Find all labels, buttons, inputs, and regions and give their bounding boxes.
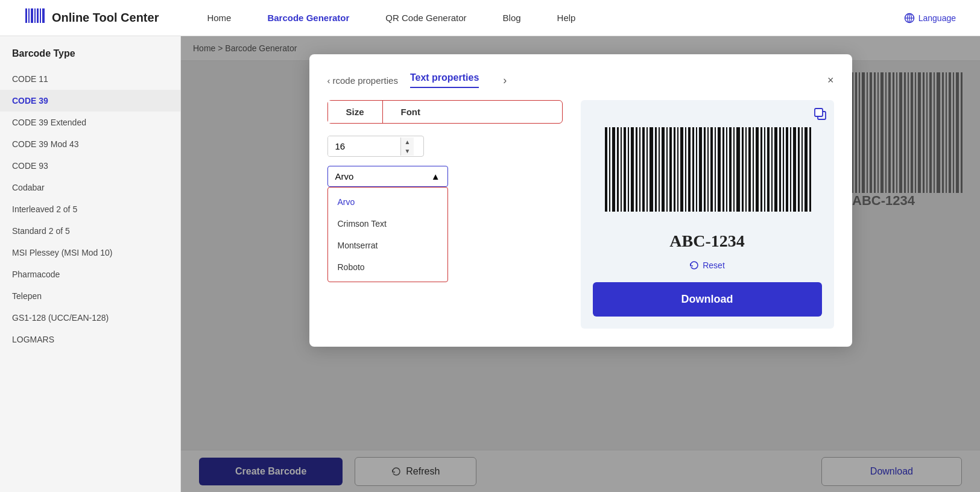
- svg-rect-91: [736, 127, 740, 212]
- font-option-montserrat[interactable]: Montserrat: [328, 235, 447, 256]
- logo-icon: [24, 5, 46, 31]
- svg-rect-72: [666, 127, 668, 212]
- barcode-image: [599, 118, 816, 227]
- modal-left-panel: Size Font ▲ ▼: [327, 100, 563, 329]
- svg-rect-106: [793, 127, 796, 212]
- svg-rect-110: [809, 127, 811, 212]
- svg-rect-66: [642, 127, 645, 212]
- svg-rect-105: [790, 127, 791, 212]
- svg-rect-59: [617, 127, 619, 212]
- svg-rect-79: [692, 127, 694, 212]
- svg-rect-55: [815, 109, 823, 116]
- svg-rect-96: [756, 127, 759, 212]
- svg-rect-4: [37, 8, 39, 23]
- font-dropdown: Arvo Crimson Text Montserrat Roboto: [327, 187, 448, 282]
- svg-rect-80: [696, 127, 697, 212]
- font-option-arvo[interactable]: Arvo: [328, 191, 447, 213]
- sidebar-item-pharmacode[interactable]: Pharmacode: [0, 263, 180, 285]
- svg-rect-100: [771, 127, 773, 212]
- sidebar-item-logmars[interactable]: LOGMARS: [0, 329, 180, 350]
- sidebar-title: Barcode Type: [0, 48, 180, 68]
- modal-nav-right-arrow[interactable]: ›: [503, 74, 507, 87]
- sidebar-item-code39mod43[interactable]: CODE 39 Mod 43: [0, 133, 180, 155]
- svg-rect-82: [704, 127, 706, 212]
- copy-icon[interactable]: [814, 107, 827, 124]
- svg-rect-73: [669, 127, 672, 212]
- svg-rect-77: [685, 127, 686, 212]
- sidebar: Barcode Type CODE 11 CODE 39 CODE 39 Ext…: [0, 36, 181, 492]
- svg-rect-81: [699, 127, 702, 212]
- svg-rect-90: [733, 127, 735, 212]
- nav-qr-generator[interactable]: QR Code Generator: [385, 13, 466, 23]
- sidebar-item-interleaved[interactable]: Interleaved 2 of 5: [0, 198, 180, 220]
- svg-rect-83: [707, 127, 709, 212]
- size-spinners: ▲ ▼: [400, 137, 414, 156]
- nav-barcode-generator[interactable]: Barcode Generator: [267, 13, 349, 23]
- nav-help[interactable]: Help: [557, 13, 576, 23]
- svg-rect-98: [764, 127, 765, 212]
- svg-rect-68: [650, 127, 653, 212]
- svg-rect-99: [767, 127, 770, 212]
- font-select-box[interactable]: Arvo ▲: [327, 166, 448, 187]
- font-option-crimson[interactable]: Crimson Text: [328, 213, 447, 235]
- sidebar-item-code39ext[interactable]: CODE 39 Extended: [0, 112, 180, 133]
- modal-tab-prev[interactable]: ‹ rcode properties: [327, 75, 398, 86]
- language-label: Language: [918, 13, 956, 23]
- modal-close-button[interactable]: ×: [827, 74, 834, 87]
- sidebar-item-code11[interactable]: CODE 11: [0, 68, 180, 90]
- svg-rect-108: [801, 127, 803, 212]
- modal-body: Size Font ▲ ▼: [327, 100, 834, 329]
- svg-rect-67: [646, 127, 648, 212]
- nav: Home Barcode Generator QR Code Generator…: [207, 13, 903, 23]
- sidebar-item-gs1[interactable]: GS1-128 (UCC/EAN-128): [0, 307, 180, 329]
- font-option-roboto[interactable]: Roboto: [328, 256, 447, 278]
- svg-rect-102: [779, 127, 781, 212]
- sidebar-item-msi[interactable]: MSI Plessey (MSI Mod 10): [0, 242, 180, 263]
- svg-rect-2: [31, 8, 33, 23]
- svg-rect-57: [609, 127, 610, 212]
- svg-rect-1: [28, 8, 30, 23]
- svg-rect-64: [636, 127, 637, 212]
- svg-rect-58: [612, 127, 615, 212]
- modal-tab-text-properties[interactable]: Text properties: [410, 72, 479, 88]
- svg-rect-87: [722, 127, 724, 212]
- svg-rect-95: [753, 127, 754, 212]
- reset-button[interactable]: Reset: [689, 260, 725, 270]
- svg-rect-63: [631, 127, 634, 212]
- svg-rect-6: [42, 8, 45, 23]
- sidebar-item-standard[interactable]: Standard 2 of 5: [0, 220, 180, 242]
- inner-tab-font[interactable]: Font: [383, 101, 438, 123]
- modal-download-button[interactable]: Download: [593, 282, 822, 317]
- sidebar-item-code39[interactable]: CODE 39: [0, 90, 180, 112]
- chevron-left-icon: ‹: [327, 75, 330, 86]
- svg-rect-69: [655, 127, 657, 212]
- svg-rect-85: [715, 127, 716, 212]
- svg-rect-74: [674, 127, 675, 212]
- size-input[interactable]: [328, 136, 400, 156]
- svg-rect-78: [688, 127, 691, 212]
- language-button[interactable]: Language: [904, 13, 956, 24]
- modal-dialog: ‹ rcode properties Text properties › × S…: [309, 54, 852, 347]
- inner-tab-size[interactable]: Size: [328, 101, 383, 123]
- nav-blog[interactable]: Blog: [503, 13, 521, 23]
- svg-rect-61: [624, 127, 626, 212]
- svg-rect-109: [805, 127, 808, 212]
- sidebar-item-telepen[interactable]: Telepen: [0, 285, 180, 307]
- modal-header: ‹ rcode properties Text properties › ×: [327, 72, 834, 88]
- chevron-up-icon: ▲: [431, 171, 440, 181]
- font-selected-label: Arvo: [335, 171, 354, 181]
- nav-home[interactable]: Home: [207, 13, 231, 23]
- size-increment-button[interactable]: ▲: [401, 137, 414, 147]
- svg-rect-76: [680, 127, 683, 212]
- svg-rect-84: [710, 127, 713, 212]
- svg-rect-107: [798, 127, 800, 212]
- sidebar-item-codabar[interactable]: Codabar: [0, 177, 180, 198]
- svg-rect-60: [621, 127, 622, 212]
- size-input-wrapper: ▲ ▼: [327, 136, 424, 157]
- svg-rect-93: [745, 127, 747, 212]
- svg-rect-56: [605, 127, 607, 212]
- svg-rect-97: [760, 127, 762, 212]
- sidebar-item-code93[interactable]: CODE 93: [0, 155, 180, 177]
- svg-rect-101: [774, 127, 777, 212]
- size-decrement-button[interactable]: ▼: [401, 147, 414, 156]
